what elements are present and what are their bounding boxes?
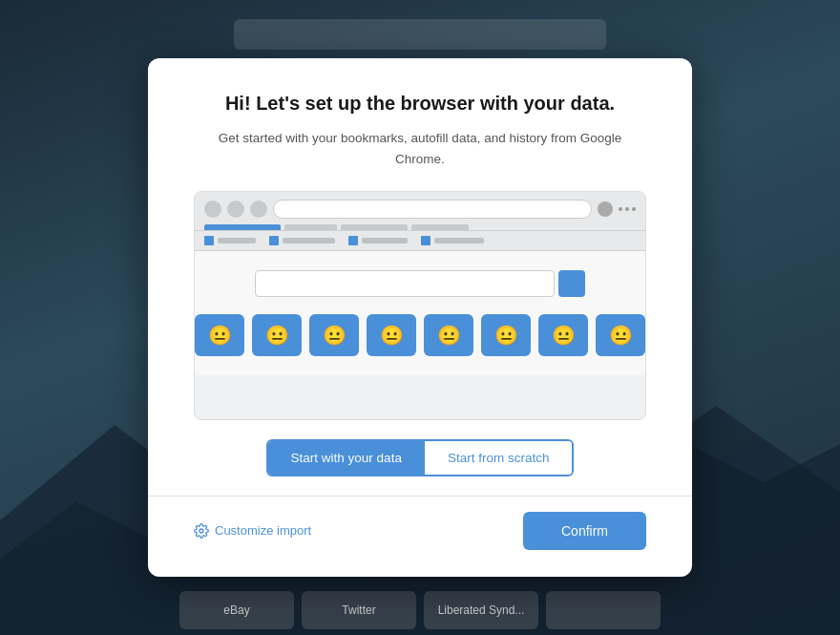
modal-footer: Customize import Confirm <box>148 497 692 550</box>
toggle-group: Start with your data Start from scratch <box>266 439 575 476</box>
browser-content: 😐 😐 😐 😐 😐 😐 😐 😐 <box>195 251 645 375</box>
thumbnails-row: 😐 😐 😐 😐 😐 😐 😐 😐 <box>195 314 645 356</box>
bookmark-4 <box>421 236 484 245</box>
refresh-button-icon <box>250 201 267 218</box>
taskbar-item-empty[interactable] <box>546 591 661 629</box>
start-from-scratch-button[interactable]: Start from scratch <box>425 441 573 475</box>
confirm-button[interactable]: Confirm <box>523 512 646 550</box>
browser-dots-icon <box>619 207 636 211</box>
toggle-section: Start with your data Start from scratch <box>148 420 692 476</box>
bookmark-1 <box>204 236 256 245</box>
search-input-mock <box>255 270 555 297</box>
bookmark-2 <box>269 236 335 245</box>
modal-subtitle: Get started with your bookmarks, autofil… <box>194 128 646 169</box>
bookmark-text-1 <box>218 238 256 243</box>
thumbnail-4: 😐 <box>367 314 416 356</box>
bookmark-text-2 <box>283 238 335 243</box>
bookmark-icon-3 <box>348 236 358 245</box>
modal-body: Hi! Let's set up the browser with your d… <box>148 58 692 419</box>
customize-import-label: Customize import <box>215 523 311 538</box>
taskbar-item-twitter-label: Twitter <box>342 603 375 617</box>
taskbar-item-twitter[interactable]: Twitter <box>302 591 416 629</box>
customize-import-link[interactable]: Customize import <box>194 523 311 539</box>
taskbar-item-liberated[interactable]: Liberated Synd... <box>424 591 538 629</box>
browser-menu-icon <box>598 201 613 217</box>
thumbnail-8: 😐 <box>596 314 645 356</box>
address-bar <box>273 200 592 219</box>
inactive-tab-2 <box>341 224 408 230</box>
active-tab <box>204 224 281 230</box>
back-button-icon <box>204 201 221 218</box>
inactive-tab-1 <box>284 224 337 230</box>
bookmark-text-3 <box>362 238 408 243</box>
top-browser-hint <box>234 19 606 50</box>
bookmark-3 <box>348 236 408 245</box>
bookmark-icon-2 <box>269 236 279 245</box>
svg-point-2 <box>200 529 203 533</box>
taskbar-item-ebay[interactable]: eBay <box>179 591 294 629</box>
search-bar-mock <box>255 270 585 297</box>
taskbar-item-liberated-label: Liberated Synd... <box>438 603 525 617</box>
browser-chrome-bar <box>195 192 645 231</box>
thumbnail-1: 😐 <box>195 314 244 356</box>
modal-title: Hi! Let's set up the browser with your d… <box>194 93 646 115</box>
thumbnail-7: 😐 <box>538 314 588 356</box>
taskbar-bottom: eBay Twitter Liberated Synd... <box>0 585 840 635</box>
search-button-mock <box>558 270 585 297</box>
tab-row <box>204 224 636 230</box>
browser-preview: 😐 😐 😐 😐 😐 😐 😐 😐 <box>194 191 646 420</box>
bookmark-bar <box>195 231 645 251</box>
gear-icon <box>194 523 209 539</box>
start-with-data-button[interactable]: Start with your data <box>268 441 425 475</box>
setup-modal: Hi! Let's set up the browser with your d… <box>148 58 692 576</box>
bookmark-icon-1 <box>204 236 214 245</box>
thumbnail-3: 😐 <box>309 314 359 356</box>
thumbnail-6: 😐 <box>481 314 531 356</box>
browser-nav-row <box>204 200 636 219</box>
forward-button-icon <box>227 201 244 218</box>
thumbnail-5: 😐 <box>424 314 473 356</box>
taskbar-item-ebay-label: eBay <box>223 603 249 617</box>
thumbnail-2: 😐 <box>252 314 302 356</box>
bookmark-icon-4 <box>421 236 430 245</box>
bookmark-text-4 <box>434 238 484 243</box>
inactive-tab-3 <box>411 224 469 230</box>
